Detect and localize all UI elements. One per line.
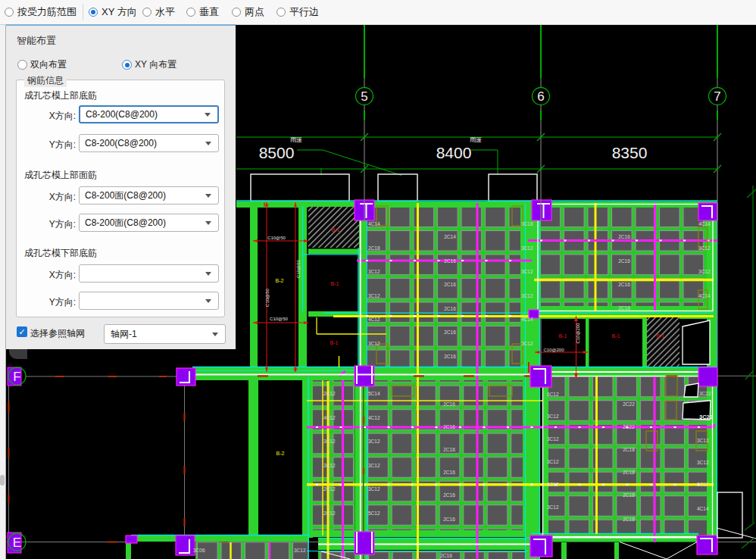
svg-text:2C16: 2C16 [443,517,455,522]
svg-text:2C16: 2C16 [443,424,455,429]
svg-text:2C16: 2C16 [440,553,452,558]
svg-text:5C14: 5C14 [368,391,380,396]
svg-text:3C12: 3C12 [698,245,711,251]
svg-text:6C12: 6C12 [547,392,559,397]
svg-text:3C12: 3C12 [697,438,709,443]
svg-text:2C16: 2C16 [444,354,456,359]
svg-text:C10@50: C10@50 [270,317,288,321]
svg-text:4C14: 4C14 [521,317,533,322]
svg-text:3C12: 3C12 [697,460,709,465]
svg-text:2C22: 2C22 [623,424,635,429]
svg-text:2C16: 2C16 [443,492,455,498]
svg-text:3C12: 3C12 [368,293,380,298]
svg-text:3C12: 3C12 [368,463,380,468]
svg-text:3C12: 3C12 [368,269,380,274]
svg-text:3C22: 3C22 [699,414,713,420]
svg-text:2C16: 2C16 [444,306,456,311]
svg-text:3C12: 3C12 [521,293,533,298]
svg-text:B-1: B-1 [330,340,339,345]
svg-text:2C16: 2C16 [444,258,456,264]
svg-text:2C18: 2C18 [623,470,635,475]
svg-text:2C16: 2C16 [443,470,455,475]
svg-text:B-1: B-1 [657,333,665,339]
svg-text:2C16: 2C16 [444,282,456,287]
svg-text:C10@50: C10@50 [265,288,270,306]
svg-text:2C16: 2C16 [618,305,630,311]
svg-text:4C14: 4C14 [698,293,711,298]
svg-text:C10@50: C10@50 [296,259,301,277]
svg-text:2C12: 2C12 [323,391,336,396]
svg-text:2C12: 2C12 [323,511,336,516]
svg-text:2C18: 2C18 [368,245,380,251]
svg-text:2C14: 2C14 [444,234,456,239]
svg-text:C10@200: C10@200 [543,348,564,352]
svg-text:8350: 8350 [612,144,648,161]
svg-text:5: 5 [361,89,367,104]
svg-text:3C12: 3C12 [547,504,559,510]
svg-text:3C12: 3C12 [547,459,559,464]
svg-text:4C14: 4C14 [698,221,711,226]
svg-text:4C14: 4C14 [697,506,709,511]
svg-text:2C16: 2C16 [618,258,630,264]
svg-text:2C18: 2C18 [623,492,635,498]
svg-text:3C06: 3C06 [193,548,205,553]
svg-text:3C12: 3C12 [521,245,533,251]
svg-text:2C16: 2C16 [444,329,456,335]
svg-text:2C16: 2C16 [443,447,455,452]
svg-text:2C18: 2C18 [623,517,635,522]
svg-text:3C12: 3C12 [323,439,336,444]
svg-text:2C16: 2C16 [618,234,630,239]
svg-text:3C12: 3C12 [697,482,709,487]
svg-text:3C12: 3C12 [547,414,559,419]
svg-text:4C12: 4C12 [368,317,380,322]
svg-text:3C12: 3C12 [547,436,559,442]
svg-text:3C12: 3C12 [521,341,533,346]
svg-text:B-1: B-1 [332,227,340,233]
svg-text:3C12: 3C12 [294,548,306,553]
svg-text:B-1: B-1 [331,281,339,286]
svg-text:7: 7 [714,89,720,104]
svg-text:C10@50: C10@50 [267,236,286,240]
svg-text:5C12: 5C12 [368,511,380,516]
svg-text:B-1: B-1 [559,333,567,339]
svg-text:B-1: B-1 [612,333,620,339]
svg-text:2C12: 2C12 [323,486,336,492]
svg-text:B-2: B-2 [276,278,284,283]
svg-text:3C12: 3C12 [547,482,559,487]
svg-text:3C12: 3C12 [368,439,380,444]
svg-text:3C22: 3C22 [699,391,711,396]
svg-text:F: F [13,370,20,384]
svg-text:雨篷: 雨篷 [290,136,302,143]
svg-text:4C14: 4C14 [368,221,380,226]
svg-text:8500: 8500 [259,144,295,161]
svg-text:2C18: 2C18 [623,447,635,452]
svg-text:E: E [13,536,21,550]
svg-text:2C22: 2C22 [623,401,635,407]
svg-text:3C18: 3C18 [521,221,533,226]
svg-text:8400: 8400 [436,144,472,161]
svg-text:B-2: B-2 [276,451,285,456]
svg-text:2C16: 2C16 [443,401,455,407]
svg-text:2C16: 2C16 [618,282,630,287]
svg-text:3C12: 3C12 [521,269,533,274]
svg-text:雨篷: 雨篷 [470,136,482,143]
svg-text:3C12: 3C12 [698,269,711,274]
svg-text:4C12: 4C12 [368,415,380,420]
svg-text:3C12: 3C12 [368,486,380,492]
svg-text:3C12: 3C12 [323,463,336,468]
svg-text:4C12: 4C12 [323,415,336,420]
svg-text:3C12: 3C12 [368,341,380,346]
svg-text:6: 6 [537,89,544,104]
svg-text:C10@200: C10@200 [576,323,580,344]
